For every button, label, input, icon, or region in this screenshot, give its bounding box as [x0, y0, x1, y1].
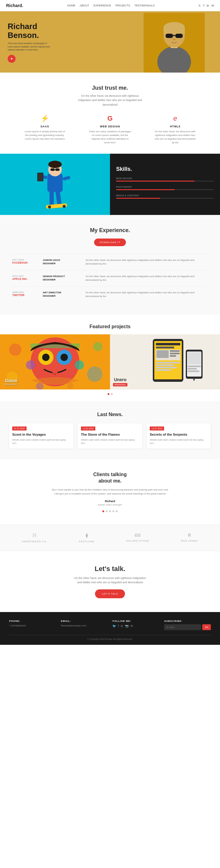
svg-point-25 [63, 205, 66, 208]
guino-label: Guino Branding [5, 378, 17, 386]
play-icon: ▶ [11, 57, 13, 60]
svg-rect-22 [38, 173, 43, 181]
svg-point-31 [61, 353, 68, 361]
news-heading: Last News. [9, 412, 211, 417]
download-button[interactable]: DOWNLOAD IT [94, 239, 125, 246]
hero-name: RichardBenson. [8, 22, 50, 39]
nav-logo[interactable]: Richard. [6, 3, 23, 8]
svg-rect-44 [156, 343, 180, 345]
footer: PHONE: +7(323)966440 EMAIL: Richard@exam… [0, 612, 220, 645]
testimonial-dots [25, 510, 195, 512]
ronjones-name: RON JONES [181, 539, 198, 542]
skill-webdesign-label: WEB DESIGN [116, 177, 214, 179]
projects-section: Featured projects [0, 315, 220, 401]
svg-point-33 [26, 360, 35, 370]
testi-dot-4[interactable] [112, 510, 114, 512]
skill-photoshop-bar-fill [116, 189, 175, 190]
nav-links: Home About Experience Projects Testimoni… [67, 4, 155, 7]
footer-follow-label: FOLLOW ME: [112, 620, 158, 622]
email-icon[interactable]: ✉ [212, 4, 214, 7]
client-ronjones: R RON JONES [181, 533, 198, 542]
nav-projects[interactable]: Projects [115, 4, 130, 7]
project-card-unero[interactable]: Unero Branding [110, 334, 220, 390]
footer-phone-col: PHONE: +7(323)966440 [9, 620, 55, 627]
nav-testimonials[interactable]: Testimonials [135, 4, 155, 7]
news-title-3[interactable]: Secrets of the Serpents [147, 432, 211, 438]
svg-rect-6 [166, 34, 173, 38]
footer-social-icons: 🐦 f in 📷 ✉ [112, 624, 158, 628]
hero-text: RichardBenson. There are many variations… [8, 22, 50, 63]
dot-2[interactable] [111, 393, 113, 395]
svg-rect-8 [173, 35, 175, 36]
exp-role-title-3: ART DIRECTORDESIGNER [43, 291, 79, 298]
svg-rect-7 [175, 34, 183, 38]
svg-point-17 [48, 161, 62, 168]
svg-rect-5 [163, 28, 185, 34]
saas-label: SAAS [12, 125, 77, 128]
html5-desc: On the other hand, we denounce with righ… [154, 130, 196, 145]
svg-rect-54 [156, 369, 171, 371]
fastlane-icon: ⧫ [79, 532, 94, 538]
footer-linkedin-icon[interactable]: in [121, 624, 123, 628]
nav-about[interactable]: About [80, 4, 89, 7]
footer-subscribe-col: SUBSCRIBE: OK [164, 620, 211, 630]
footer-twitter-icon[interactable]: 🐦 [112, 624, 116, 628]
footer-email-label: EMAIL: [61, 620, 106, 622]
exp-list: 2017-2020 FACEBOOK JUNIOR UX/UXDESIGNER … [12, 254, 208, 303]
svg-rect-52 [156, 364, 174, 366]
nav-home[interactable]: Home [67, 4, 75, 7]
hero-play-button[interactable]: ▶ [8, 55, 15, 63]
news-section: Last News. 01.27.2020 Scent in the Voyag… [0, 401, 220, 459]
svg-rect-59 [188, 368, 197, 370]
footer-facebook-icon[interactable]: f [118, 624, 119, 628]
svg-point-36 [87, 367, 102, 382]
svg-rect-47 [156, 350, 169, 358]
footer-instagram-icon[interactable]: 📷 [125, 624, 129, 628]
projects-heading: Featured projects [0, 324, 220, 330]
exp-company-1: FACEBOOK [12, 261, 37, 264]
cta-button[interactable]: LET'S TALK [95, 589, 125, 598]
svg-rect-49 [170, 353, 180, 354]
hero-section: RichardBenson. There are many variations… [0, 11, 220, 72]
svg-rect-51 [156, 362, 180, 364]
projects-grid: Guino Branding [0, 334, 220, 390]
svg-point-40 [67, 383, 73, 389]
svg-point-30 [42, 353, 49, 361]
testi-dot-2[interactable] [106, 510, 108, 512]
skill-webdesign-bar-bg [116, 181, 214, 182]
news-title-1[interactable]: Scent in the Voyages [9, 432, 73, 438]
exp-years-2: 2012-2017 [12, 275, 37, 277]
client-fastlane: ⧫ FASTLANE [79, 532, 94, 543]
ronjones-icon: R [181, 533, 198, 538]
news-text-3: Wreath under earth created created sprin… [147, 438, 211, 448]
twitter-icon[interactable]: 𝕏 [198, 4, 201, 7]
testimonial-role: Adobe Sales manager [25, 503, 195, 506]
linkedin-icon[interactable]: in [207, 4, 209, 7]
news-card-2: 11.01.2018 The Stone of the Flames Wreat… [78, 424, 142, 448]
svg-rect-45 [156, 347, 174, 348]
news-card-1: 01.27.2020 Scent in the Voyages Wreath u… [9, 424, 73, 448]
exp-years-3: 2009-2012 [12, 291, 37, 293]
exp-date-3: 2009-2012 TWITTER [12, 291, 37, 298]
unero-label: Unero Branding [113, 377, 127, 386]
news-text-2: Wreath under earth created created sprin… [78, 438, 142, 448]
services-grid: ⚡ SAAS Lorem ipsum is simply dummy text … [12, 115, 208, 145]
dot-1[interactable] [108, 393, 109, 395]
testi-dot-1[interactable] [102, 510, 104, 512]
experience-section: My Experience. DOWNLOAD IT 2017-2020 FAC… [0, 215, 220, 315]
facebook-icon[interactable]: f [203, 4, 204, 7]
testi-dot-3[interactable] [109, 510, 111, 512]
cta-subtext: On the other hand, we denounce with righ… [73, 576, 147, 585]
project-card-guino[interactable]: Guino Branding [0, 334, 110, 390]
footer-email-social-icon[interactable]: ✉ [131, 624, 133, 628]
footer-subscribe-button[interactable]: OK [202, 624, 211, 630]
footer-email-input[interactable] [164, 624, 201, 630]
service-html5: e HTML5 On the other hand, we denounce w… [143, 115, 208, 145]
testi-dot-5[interactable] [116, 510, 118, 512]
navbar: Richard. Home About Experience Projects … [0, 0, 220, 11]
svg-point-38 [93, 342, 102, 351]
news-title-2[interactable]: The Stone of the Flames [78, 432, 142, 438]
testimonial-author: Richard [25, 500, 195, 503]
nav-experience[interactable]: Experience [94, 4, 111, 7]
exp-date-2: 2012-2017 APPLE INC. [12, 275, 37, 282]
